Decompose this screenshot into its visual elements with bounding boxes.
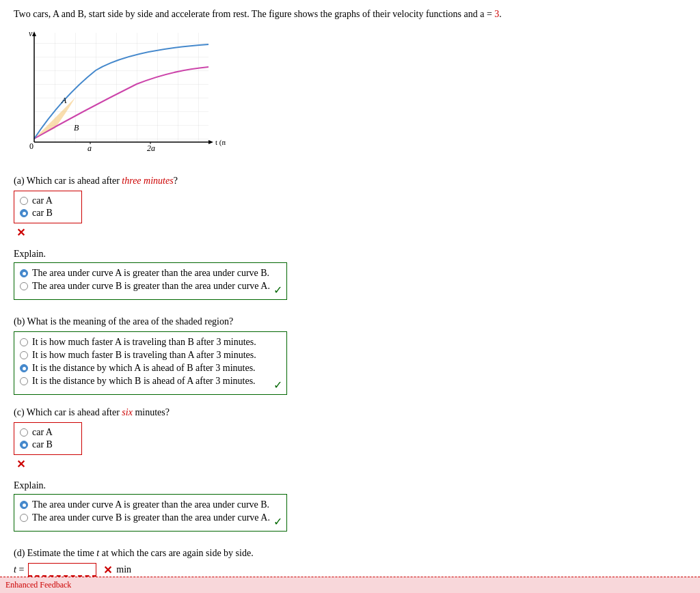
part-b-text-1: It is how much faster A is traveling tha… [32,337,256,348]
velocity-graph: v t (min) 0 a 2a A B [14,29,226,166]
part-a-explain-block: Explain. The area under curve A is great… [14,249,686,307]
part-a-radio-car-b[interactable] [20,209,28,217]
part-d-block: (d) Estimate the time t at which the car… [14,548,686,577]
enhanced-feedback-bar[interactable]: Enhanced Feedback [0,577,700,593]
part-a-explain-text-2: The area under curve B is greater than t… [32,281,270,292]
part-c-explain-text-1: The area under curve A is greater than t… [32,499,269,510]
enhanced-feedback-label: Enhanced Feedback [5,580,71,590]
part-a-explain-label: Explain. [14,249,686,260]
part-a-explain-box: The area under curve A is greater than t… [14,262,287,300]
svg-rect-0 [34,33,208,142]
part-c-explain-radio-2[interactable] [20,514,28,522]
part-c-block: (c) Which car is ahead after six minutes… [14,407,686,471]
intro-text-before: Two cars, A and B, start side by side an… [14,9,480,19]
part-b-radio-3[interactable] [20,364,28,372]
part-d-error-mark: ✕ [103,564,112,577]
part-a-explain-radio-2[interactable] [20,282,28,290]
part-a-label-car-a: car A [32,195,53,206]
part-c-label-car-a: car A [32,427,53,438]
part-b-block: (b) What is the meaning of the area of t… [14,316,686,398]
page-content: Two cars, A and B, start side by side an… [0,0,700,593]
part-a-explain-text-1: The area under curve A is greater than t… [32,268,269,279]
part-c-radio-car-a[interactable] [20,428,28,437]
part-b-option-1[interactable]: It is how much faster A is traveling tha… [20,337,281,348]
part-d-input-row: t = ✕ min [14,563,686,577]
part-a-label-car-b: car B [32,208,53,219]
part-b-question: (b) What is the meaning of the area of t… [14,316,686,327]
part-c-option-car-b[interactable]: car B [20,439,76,450]
part-a-option-car-b[interactable]: car B [20,208,76,219]
part-a-explain-check: ✓ [273,284,282,296]
part-b-radio-4[interactable] [20,377,28,385]
part-a-explain-option-2[interactable]: The area under curve B is greater than t… [20,281,281,292]
graph-container: v t (min) 0 a 2a A B [14,29,686,166]
x-axis-label: t (min) [215,138,226,147]
part-b-text-2: It is how much faster B is traveling tha… [32,350,256,361]
svg-marker-4 [208,140,213,144]
curve-a-label: A [61,96,67,105]
part-b-check: ✓ [273,378,282,391]
curve-b-label: B [74,123,79,133]
part-b-text-3: It is the distance by which A is ahead o… [32,363,256,374]
part-c-radio-car-b[interactable] [20,441,28,449]
part-c-explain-block: Explain. The area under curve A is great… [14,480,686,538]
part-c-error-mark: ✕ [16,458,25,470]
part-a-block: (a) Which car is ahead after three minut… [14,176,686,239]
intro-period: . [499,9,502,19]
part-c-explain-box: The area under curve A is greater than t… [14,494,287,532]
part-a-explain-option-1[interactable]: The area under curve A is greater than t… [20,268,281,279]
part-b-options-box: It is how much faster A is traveling tha… [14,331,287,395]
part-d-unit: min [116,564,131,575]
part-c-label-car-b: car B [32,439,53,450]
part-b-option-2[interactable]: It is how much faster B is traveling tha… [20,350,281,361]
part-a-radio-car-a[interactable] [20,197,28,205]
part-d-t-label: t = [14,564,24,575]
part-c-explain-check: ✓ [273,515,282,528]
part-a-question: (a) Which car is ahead after three minut… [14,176,686,187]
part-a-explain-radio-1[interactable] [20,269,28,277]
part-a-option-car-a[interactable]: car A [20,195,76,206]
part-b-option-4[interactable]: It is the distance by which B is ahead o… [20,376,281,387]
a-label: a [88,143,92,153]
part-c-explain-radio-1[interactable] [20,501,28,509]
part-c-explain-label: Explain. [14,480,686,491]
part-b-text-4: It is the distance by which B is ahead o… [32,376,256,387]
part-c-explain-option-1[interactable]: The area under curve A is greater than t… [20,499,281,510]
part-c-question: (c) Which car is ahead after six minutes… [14,407,686,418]
origin-label: 0 [29,141,33,151]
part-c-explain-text-2: The area under curve B is greater than t… [32,512,270,523]
part-c-option-car-a[interactable]: car A [20,427,76,438]
part-b-radio-1[interactable] [20,338,28,346]
part-a-options-box: car A car B [14,191,82,223]
part-d-time-input[interactable] [28,563,96,577]
part-b-radio-2[interactable] [20,351,28,359]
part-c-options-box: car A car B [14,422,82,455]
part-d-question: (d) Estimate the time t at which the car… [14,548,686,559]
2a-label: 2a [147,143,155,153]
part-c-explain-option-2[interactable]: The area under curve B is greater than t… [20,512,281,523]
part-a-error-mark: ✕ [16,227,25,238]
intro-paragraph: Two cars, A and B, start side by side an… [14,7,686,21]
part-b-option-3[interactable]: It is the distance by which A is ahead o… [20,363,281,374]
y-axis-label: v [29,29,33,38]
intro-a-equals: a = [480,9,494,19]
